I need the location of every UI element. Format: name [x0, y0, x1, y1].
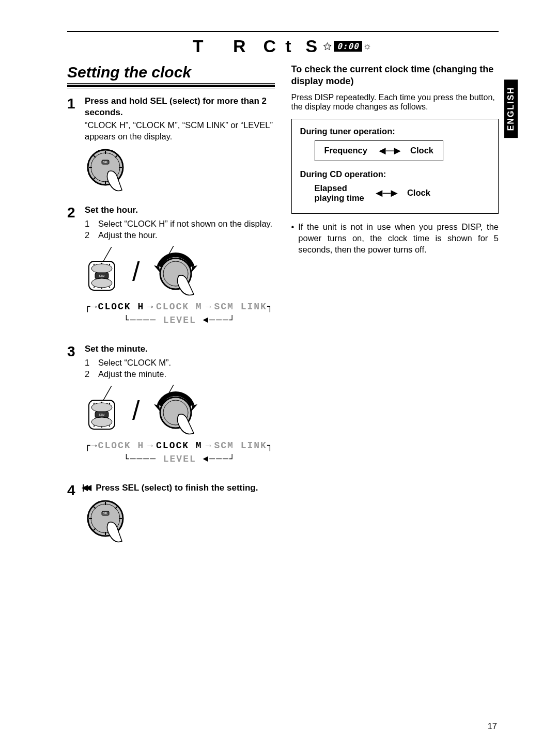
step-4-title-text: Press SEL (select) to finish the setting…	[96, 483, 258, 493]
step-1-desc: “CLOCK H”, “CLOCK M”, “SCM LINK” or “LEV…	[85, 119, 275, 143]
tuner-frequency-label: Frequency	[324, 146, 367, 155]
manual-page: T R Ct S ✩ 0:00 ☼ ENGLISH Setting the cl…	[0, 0, 558, 756]
svg-point-33	[94, 403, 95, 404]
tuner-op-title: During tuner operation:	[300, 127, 490, 136]
right-subsection-title: To check the current clock time (changin…	[291, 64, 499, 88]
star-icon: ✩	[323, 41, 333, 52]
svg-point-37	[101, 427, 102, 428]
lcd3-level: LEVEL	[163, 454, 196, 464]
section-title: Setting the clock	[67, 64, 275, 81]
step-2-number: 2	[67, 204, 80, 334]
slash-divider: /	[132, 256, 140, 287]
section-rule-2	[67, 88, 275, 88]
svg-point-15	[91, 278, 112, 288]
tuner-op-box: Frequency ◄─► Clock	[315, 140, 444, 161]
svg-point-17	[101, 263, 102, 264]
chapter-word-2: Ct	[264, 36, 301, 56]
page-number: 17	[488, 721, 497, 731]
svg-point-16	[94, 264, 95, 265]
cd-elapsed-l1: Elapsed	[315, 183, 364, 193]
chapter-rule	[67, 31, 499, 32]
svg-marker-41	[191, 404, 197, 412]
display-mode-box: During tuner operation: Frequency ◄─► Cl…	[291, 119, 499, 214]
step-3-sub2: Adjust the minute.	[98, 368, 166, 380]
right-column: To check the current clock time (changin…	[291, 64, 499, 556]
clock-lcd: 0:00	[334, 41, 362, 52]
svg-text:SSM: SSM	[99, 413, 105, 416]
chapter-word-1: T R	[193, 36, 258, 56]
ssm-button-illustration-2: SSM	[85, 386, 122, 435]
section-rule-1	[67, 83, 275, 87]
step-2-lcd-cycle: ┌→CLOCK H→CLOCK M→SCM LINK┐ └──── LEVEL …	[85, 301, 275, 326]
svg-marker-24	[191, 265, 197, 273]
language-tab: ENGLISH	[504, 80, 518, 138]
lcd3-scm-link: SCM LINK	[214, 440, 267, 451]
step-1: 1 Press and hold SEL (select) for more t…	[67, 96, 275, 195]
step-1-title: Press and hold SEL (select) for more tha…	[85, 96, 275, 118]
sel-label: SEL	[103, 161, 108, 164]
svg-point-18	[109, 264, 110, 265]
step-3-sub1-num: 1	[85, 357, 94, 368]
rotate-dial-illustration	[150, 246, 207, 297]
lcd-scm-link: SCM LINK	[214, 302, 267, 312]
lcd3-clock-h: CLOCK H	[98, 440, 145, 451]
lcd3-clock-m: CLOCK M	[156, 440, 203, 451]
step-2-sub1-num: 1	[85, 218, 94, 229]
step-3-number: 3	[67, 343, 80, 473]
rotate-dial-illustration-2	[150, 385, 207, 436]
double-arrow-icon-2: ◄─►	[374, 186, 398, 200]
svg-point-13	[91, 264, 112, 273]
slash-divider-2: /	[132, 395, 140, 426]
sel-dial-illustration-2: SEL	[85, 498, 131, 544]
sel-dial-illustration: SEL	[85, 147, 131, 193]
svg-point-38	[109, 426, 110, 427]
cd-clock-label: Clock	[407, 188, 430, 198]
double-arrow-icon: ◄─►	[377, 144, 401, 158]
svg-point-34	[101, 402, 102, 403]
step-4-number: 4	[67, 482, 80, 546]
svg-point-21	[109, 287, 110, 288]
disp-footnote: • If the unit is not in use when you pre…	[291, 221, 499, 256]
step-3-title: Set the minute.	[85, 343, 275, 355]
sun-icon: ☼	[363, 41, 374, 52]
step-4-title: ▶▶|Press SEL (select) to finish the sett…	[85, 482, 275, 494]
chapter-word-3: S	[305, 36, 318, 56]
ssm-button-illustration: SSM	[85, 247, 122, 296]
step-2-sub2-num: 2	[85, 229, 94, 241]
step-3: 3 Set the minute. 1Select “CLOCK M”. 2Ad…	[67, 343, 275, 473]
cd-elapsed-l2: playing time	[315, 193, 364, 203]
svg-point-20	[101, 288, 102, 289]
tuner-clock-label: Clock	[410, 146, 433, 155]
clock-badge: ✩ 0:00 ☼	[323, 41, 373, 52]
lcd-level: LEVEL	[163, 315, 196, 325]
bullet-icon: •	[291, 221, 295, 256]
rewind-icon: ▶▶|	[85, 482, 91, 493]
svg-point-32	[91, 417, 112, 427]
cd-op-title: During CD operation:	[300, 169, 490, 179]
svg-line-27	[103, 386, 112, 400]
step-2-sub1: Select “CLOCK H” if not shown on the dis…	[98, 218, 272, 229]
svg-line-11	[103, 247, 112, 261]
svg-marker-23	[154, 265, 160, 273]
step-4: 4 ▶▶|Press SEL (select) to finish the se…	[67, 482, 275, 546]
disp-footnote-text: If the unit is not in use when you press…	[298, 221, 499, 256]
lcd-clock-m: CLOCK M	[156, 302, 203, 312]
ssm-label: SSM	[99, 274, 105, 277]
step-3-sub1: Select “CLOCK M”.	[98, 357, 171, 368]
step-3-lcd-cycle: ┌→CLOCK H→CLOCK M→SCM LINK┐ └──── LEVEL …	[85, 439, 275, 465]
right-paragraph: Press DISP repeatedly. Each time you pre…	[291, 93, 499, 112]
step-3-sub2-num: 2	[85, 368, 94, 380]
svg-point-19	[94, 287, 95, 288]
svg-point-29	[91, 403, 112, 412]
chapter-title: T R Ct S ✩ 0:00 ☼	[67, 33, 499, 56]
left-column: Setting the clock 1 Press and hold SEL (…	[67, 64, 275, 556]
step-2: 2 Set the hour. 1Select “CLOCK H” if not…	[67, 204, 275, 334]
lcd-clock-h: CLOCK H	[98, 302, 145, 312]
step-1-number: 1	[67, 96, 80, 195]
svg-point-35	[109, 403, 110, 404]
svg-marker-40	[154, 404, 160, 412]
step-2-sub2: Adjust the hour.	[98, 229, 158, 241]
svg-text:SEL: SEL	[103, 512, 108, 515]
step-2-title: Set the hour.	[85, 204, 275, 216]
svg-point-36	[94, 426, 95, 427]
